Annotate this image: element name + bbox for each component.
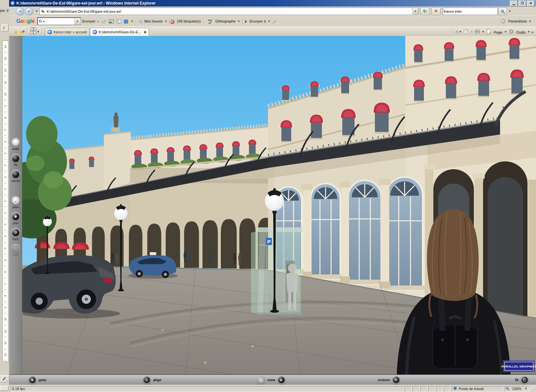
send-to-icon[interactable]: [242, 19, 247, 24]
fly-button[interactable]: fly: [9, 154, 22, 167]
zoom-control[interactable]: 100% ▼: [504, 386, 529, 391]
close-button[interactable]: ✕: [527, 1, 535, 7]
address-bar: ◄ ► ▼ ▼ ↻ ✕ ▼: [9, 7, 536, 16]
feed-dropdown-icon[interactable]: ▼: [470, 30, 473, 33]
feed-icon[interactable]: [463, 29, 469, 34]
page-icon[interactable]: [486, 29, 492, 34]
minimize-button[interactable]: ▁: [510, 1, 518, 7]
vrml-bottom-toolbar: ⊕ goto ☺ align ◄ view ► restore ↻ fit ▢: [9, 374, 536, 385]
brush-tool-icon[interactable]: [1, 375, 9, 382]
tab-bar: ★ ★✚ ▼ e france inter > accueil e K:\dem…: [9, 26, 536, 36]
blocked-count-label[interactable]: 195 bloquée(s): [177, 19, 201, 23]
page-dropdown-icon[interactable]: ▼: [504, 30, 507, 33]
envoyer-a-dropdown-icon[interactable]: ▼: [268, 20, 270, 23]
tools-gear-icon[interactable]: [509, 29, 514, 34]
walk-button[interactable]: walk: [9, 138, 22, 151]
parametres-button[interactable]: Paramètres: [508, 19, 527, 23]
view-next-button[interactable]: ►: [277, 376, 286, 384]
turn-button[interactable]: ↺turn: [9, 228, 22, 241]
view-favorites-button[interactable]: ★: [14, 30, 18, 35]
forward-button[interactable]: ►: [25, 7, 33, 16]
home-icon[interactable]: ⌂: [455, 29, 458, 34]
home-dropdown-icon[interactable]: ▼: [459, 30, 461, 33]
refresh-button[interactable]: ↻: [420, 8, 429, 15]
favorites-star-icon[interactable]: ☆: [139, 19, 143, 24]
restore-button[interactable]: ❐: [518, 1, 526, 7]
page-menu-button[interactable]: Page: [494, 30, 502, 34]
address-field[interactable]: ▼: [39, 8, 418, 15]
ruler: 141312111098765432112345678910111213: [2, 41, 8, 362]
quick-tabs-button[interactable]: [30, 27, 36, 34]
goto-button[interactable]: ⊕ goto: [28, 376, 46, 384]
parallelgraphics-logo-text: PARALLEL GRAPHICS: [501, 365, 536, 368]
close-tab-icon[interactable]: ✖: [144, 30, 146, 34]
spellcheck-icon[interactable]: ABC: [208, 19, 213, 24]
prev-arrow-icon: ◄: [258, 377, 264, 383]
tab-gare-de-est[interactable]: e K:\demo\vrml\Gare-De-E... ✖: [90, 28, 149, 36]
parametres-dropdown-icon[interactable]: ▼: [529, 20, 531, 23]
study-button[interactable]: study: [9, 170, 22, 183]
orthographe-dropdown-icon[interactable]: ▼: [238, 20, 240, 23]
google-g-icon[interactable]: G▼: [38, 19, 47, 24]
align-icon: ☺: [143, 377, 150, 383]
gadgets-icon[interactable]: [124, 19, 129, 24]
add-favorite-button[interactable]: ★✚: [19, 30, 24, 35]
restore-icon: ↻: [393, 377, 399, 383]
plan-button[interactable]: ⌄plan: [9, 196, 22, 209]
address-dropdown-button[interactable]: ▼: [412, 8, 418, 14]
favoris-dropdown-icon[interactable]: ▼: [165, 20, 167, 23]
parallelgraphics-logo: PARALLEL GRAPHICS: [501, 361, 536, 372]
history-dropdown-icon[interactable]: ▼: [35, 10, 38, 13]
view-prev-button[interactable]: ◄: [257, 376, 265, 384]
outils-dropdown-icon[interactable]: ▼: [528, 30, 530, 33]
zoom-dropdown-icon[interactable]: ▼: [525, 387, 527, 390]
outils-menu-button[interactable]: Outils: [516, 30, 526, 34]
popup-blocker-icon[interactable]: [169, 19, 175, 24]
resize-grip[interactable]: [530, 386, 535, 391]
toolbar-overflow-chevron[interactable]: »: [531, 30, 533, 34]
roll-button[interactable]: roll: [9, 244, 22, 257]
mes-favoris-button[interactable]: Mes favoris: [144, 19, 163, 23]
search-input[interactable]: [443, 9, 497, 13]
fit-button[interactable]: fit ▢: [515, 376, 529, 384]
highlighter-icon[interactable]: [272, 19, 277, 24]
print-dropdown-icon[interactable]: ▼: [482, 30, 484, 33]
url-input[interactable]: [46, 9, 412, 13]
background-app-text-fragment: per: [0, 8, 5, 12]
orthographe-button[interactable]: Orthographe: [215, 19, 236, 23]
pencil-tool-icon[interactable]: [1, 24, 8, 31]
magnifier-icon: [501, 9, 505, 14]
zoom-magnifier-icon: [506, 387, 510, 391]
envoyer-a-button[interactable]: Envoyer à: [250, 19, 266, 23]
settings-sphere-icon[interactable]: [500, 19, 506, 24]
window-title: K:\demo\vrml\Gare-De-Est-06\gare-est-jou…: [16, 1, 156, 6]
ie-favicon: e: [92, 30, 97, 34]
quick-tabs-dropdown-icon[interactable]: ▼: [37, 30, 40, 33]
photos-icon[interactable]: [109, 19, 114, 24]
google-send-button[interactable]: Envoyer: [82, 19, 95, 23]
stop-button[interactable]: ✕: [431, 8, 441, 15]
google-search-dropdown[interactable]: ▼: [75, 18, 80, 24]
ie-favicon: e: [47, 30, 52, 34]
google-search-box[interactable]: G▼ ▼: [37, 17, 81, 25]
toolbar-sphere-icon[interactable]: [101, 19, 107, 24]
vrml-viewport[interactable]: P: [22, 36, 536, 374]
tab-france-inter[interactable]: e france inter > accueil: [45, 28, 90, 36]
google-toolbar: Google G▼ ▼ Envoyer ▶ ▼ ☆ Mes favoris ▼ …: [9, 16, 536, 27]
google-logo: Google: [16, 18, 35, 24]
align-button[interactable]: ☺ align: [142, 376, 161, 384]
google-search-input[interactable]: [47, 19, 75, 24]
search-dropdown-icon[interactable]: ▼: [509, 10, 511, 13]
pan-button[interactable]: ✚pan: [9, 212, 22, 225]
ie-logo-icon: e: [10, 1, 15, 6]
print-icon[interactable]: [475, 29, 480, 34]
restore-button[interactable]: restore ↻: [378, 376, 400, 384]
gadgets-dropdown-icon[interactable]: ▼: [131, 20, 133, 23]
back-button[interactable]: ◄: [16, 7, 24, 16]
vrml-navigation-sidebar: walk fly study ⌄plan ✚pan ↺turn roll: [9, 36, 22, 374]
background-app-text-fragment: F: [7, 9, 9, 13]
search-box[interactable]: [443, 8, 498, 15]
search-button[interactable]: [498, 8, 507, 15]
svg-text:ABC: ABC: [208, 19, 212, 21]
news-icon[interactable]: [116, 19, 122, 24]
